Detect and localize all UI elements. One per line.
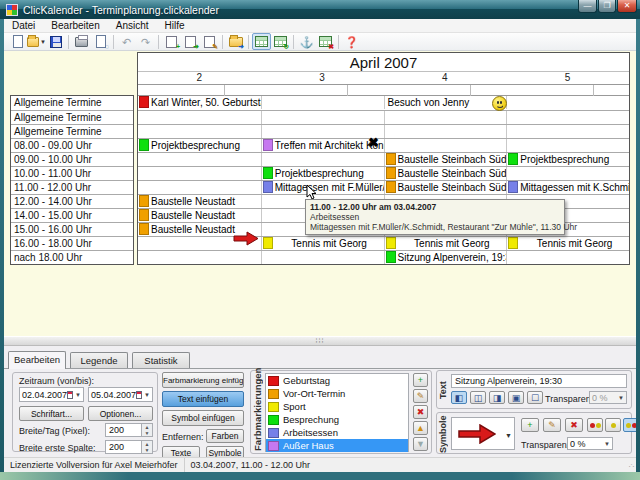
add-color-button[interactable]: + [413, 373, 428, 387]
delete-symbol-button[interactable]: ✖ [565, 418, 583, 432]
menu-datei[interactable]: Datei [4, 19, 43, 33]
calendar-cell[interactable]: Mittagessen mit F.Müller/K... [261, 181, 384, 194]
legend-item-arbeitsessen[interactable]: Arbeitsessen [266, 426, 408, 439]
close-button[interactable]: ✕ [617, 0, 637, 13]
dropdown-arrow-icon[interactable]: ▼ [616, 395, 626, 401]
calendar-cell[interactable] [261, 125, 384, 138]
insert-entry-button[interactable]: ➜ [181, 33, 200, 50]
dropdown-arrow-icon[interactable]: ▼ [602, 441, 612, 447]
symbol-pos-left-toggle[interactable] [587, 418, 603, 432]
text-align-full-toggle[interactable]: ▣ [508, 391, 524, 404]
calendar-cell[interactable] [506, 139, 629, 152]
menu-bearbeiten[interactable]: Bearbeiten [43, 19, 107, 33]
symbol-pos-center-toggle[interactable] [605, 418, 621, 432]
calendar-cell[interactable]: Baustelle Steinbach Süd [384, 167, 507, 180]
calendar-cell[interactable] [138, 111, 261, 124]
edit-color-button[interactable]: ✎ [413, 389, 428, 403]
calendar-cell[interactable]: Projektbesprechung [138, 139, 261, 152]
minimize-button[interactable]: — [578, 0, 597, 13]
print-preview-button[interactable]: ◌ [91, 33, 110, 50]
calendar-cell[interactable]: Sitzung Alpenverein, 19:30 [384, 251, 507, 264]
title-bar[interactable]: ClicKalender - Terminplanung.clickalende… [0, 0, 640, 19]
date-from-combo[interactable]: 02.04.2007 ▼ [19, 387, 84, 402]
smiley-symbol[interactable] [492, 96, 507, 111]
text-align-left-toggle[interactable]: ◧ [451, 391, 467, 404]
undo-button[interactable]: ↶ [117, 33, 136, 50]
legend-item-besprechung[interactable]: Besprechung [266, 413, 408, 426]
calendar-cell[interactable] [384, 111, 507, 124]
calendar-cell[interactable] [506, 125, 629, 138]
text-frame-checkbox[interactable]: ☐ [527, 391, 543, 404]
edit-entry-button[interactable]: ✎ [200, 33, 219, 50]
optionen-button[interactable]: Optionen... [88, 406, 153, 421]
calendar-cell[interactable]: Mittagessen mit K.Schmidt/... [506, 181, 629, 194]
red-arrow-symbol[interactable] [233, 231, 259, 246]
x-symbol[interactable]: ✖ [368, 135, 379, 150]
calendar-cell[interactable]: Treffen mit Architekt König [261, 139, 384, 152]
legend-item-vor-ort-termin[interactable]: Vor-Ort-Termin [266, 387, 408, 400]
calendar-cell[interactable] [506, 111, 629, 124]
calendar-cell[interactable]: Tennis mit Georg [506, 237, 629, 250]
resize-grip[interactable]: ⸫ [629, 460, 634, 470]
legend-item-au-er-haus[interactable]: Außer Haus [266, 439, 408, 452]
calendar-cell[interactable]: Tennis mit Georg [384, 237, 507, 250]
maximize-button[interactable]: ❐ [598, 0, 616, 13]
dropdown-arrow-icon[interactable]: ▼ [142, 392, 152, 398]
calendar-cell[interactable]: Karl Winter, 50. Geburtstag [138, 96, 261, 109]
farbmarkierungen-list[interactable]: GeburtstagVor-Ort-TerminSportBesprechung… [265, 373, 409, 452]
edit-symbol-button[interactable]: ✎ [543, 418, 561, 432]
schriftart-button[interactable]: Schriftart... [19, 406, 84, 421]
redo-button[interactable]: ↷ [136, 33, 155, 50]
calendar-cell[interactable]: Baustelle Steinbach Süd [384, 181, 507, 194]
calendar-cell[interactable] [506, 167, 629, 180]
calendar-cell[interactable]: Baustelle Steinbach Süd [384, 153, 507, 166]
tab-statistik[interactable]: Statistik [132, 352, 190, 369]
text-einfuegen-button[interactable]: Text einfügen [162, 391, 244, 407]
calendar-cell[interactable]: Projektbesprechung [261, 167, 384, 180]
calendar-cell[interactable] [261, 111, 384, 124]
calendar-cell[interactable] [138, 181, 261, 194]
tab-legende[interactable]: Legende [70, 352, 128, 369]
refresh-view-button[interactable]: ↻ [271, 33, 290, 50]
symbol-transparenz-combo[interactable]: 0 % ▼ [567, 437, 613, 450]
calendar-cell[interactable]: Besuch von Jenny [384, 96, 507, 109]
spinner-arrows-icon[interactable]: ▲▼ [141, 441, 152, 453]
export-button[interactable]: ➜ [226, 33, 245, 50]
anchor-button[interactable]: ⚓ [297, 33, 316, 50]
calendar-cell[interactable] [138, 153, 261, 166]
add-symbol-button[interactable]: + [521, 418, 539, 432]
calendar-cell[interactable] [138, 251, 261, 264]
spinner-arrows-icon[interactable]: ▲▼ [141, 424, 152, 436]
calendar-view-button[interactable] [252, 33, 271, 50]
breite-spalte-spinner[interactable]: 200 ▲▼ [105, 440, 153, 454]
new-entry-button[interactable]: + [162, 33, 181, 50]
symbol-einfuegen-button[interactable]: Symbol einfügen [162, 410, 244, 426]
calendar-cell[interactable] [138, 125, 261, 138]
calendar-cell[interactable]: Projektbesprechung [506, 153, 629, 166]
calendar-cell[interactable] [261, 251, 384, 264]
calendar-cell[interactable] [384, 139, 507, 152]
text-align-right-toggle[interactable]: ◨ [489, 391, 505, 404]
calendar-cell[interactable] [261, 96, 384, 109]
calendar-cell[interactable] [506, 96, 629, 109]
tab-bearbeiten[interactable]: Bearbeiten [8, 351, 66, 369]
move-down-button[interactable]: ▼ [413, 437, 428, 451]
legend-item-sport[interactable]: Sport [266, 400, 408, 413]
delete-color-button[interactable]: ✖ [413, 405, 428, 419]
farbmarkierung-einfuegen-button[interactable]: Farbmarkierung einfügen [162, 372, 244, 388]
menu-ansicht[interactable]: Ansicht [108, 19, 157, 33]
text-align-center-toggle[interactable]: ◫ [470, 391, 486, 404]
calendar-cell[interactable] [506, 251, 629, 264]
calendar-cell[interactable]: Baustelle Neustadt [138, 209, 261, 222]
splitter-handle[interactable]: ⁞⁞⁞ [4, 336, 636, 346]
farben-entfernen-button[interactable]: Farben [206, 429, 244, 443]
calendar-cell[interactable]: Tennis mit Georg [261, 237, 384, 250]
menu-hilfe[interactable]: Hilfe [157, 19, 193, 33]
calendar-cell[interactable] [384, 125, 507, 138]
help-button[interactable]: ❓ [342, 33, 361, 50]
calendar-cell[interactable]: Baustelle Neustadt [138, 195, 261, 208]
text-transparenz-combo[interactable]: 0 % ▼ [589, 391, 627, 404]
move-up-button[interactable]: ▲ [413, 421, 428, 435]
calendar-cell[interactable] [261, 153, 384, 166]
symbol-select-combo[interactable]: ▼ [451, 417, 515, 450]
